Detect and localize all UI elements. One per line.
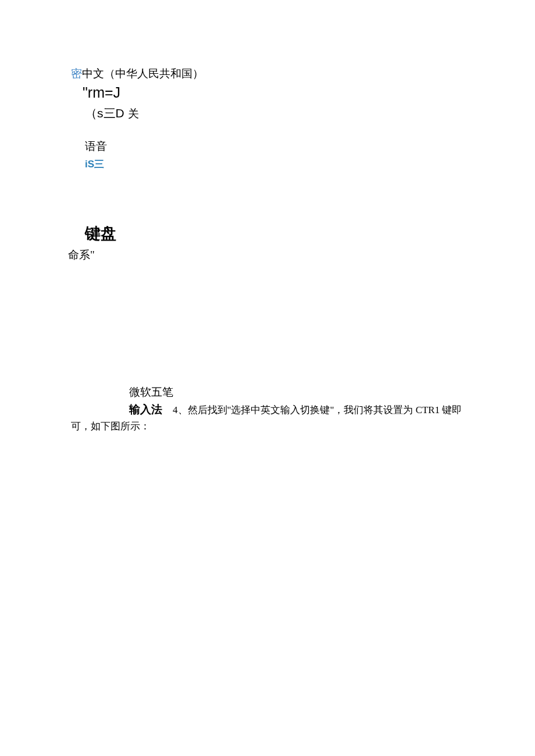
voice-label: 语音 bbox=[71, 139, 471, 154]
language-text: 中文（中华人民共和国） bbox=[82, 67, 204, 80]
language-line: 密中文（中华人民共和国） bbox=[71, 66, 471, 82]
mi-label: 密 bbox=[71, 67, 82, 80]
wubi-label: 微软五笔 bbox=[129, 385, 471, 400]
mingxi-text: 命系" bbox=[68, 248, 471, 263]
step4-text: 4、然后找到"选择中英文输入切换键"，我们将其设置为 CTR1 键即 bbox=[173, 404, 462, 415]
shurufa-label: 输入法 bbox=[129, 403, 162, 415]
keyboard-heading: 键盘 bbox=[71, 223, 471, 244]
sed-line: （s三D 关 bbox=[71, 105, 471, 121]
section-ime: 微软五笔 输入法4、然后找到"选择中英文输入切换键"，我们将其设置为 CTR1 … bbox=[71, 385, 471, 433]
shurufa-line: 输入法4、然后找到"选择中英文输入切换键"，我们将其设置为 CTR1 键即 bbox=[129, 402, 471, 417]
rmj-line: "rm=J bbox=[71, 83, 471, 102]
ise-label: iS三 bbox=[71, 157, 471, 171]
sed-close: 关 bbox=[128, 108, 139, 120]
document-content: 密中文（中华人民共和国） "rm=J （s三D 关 语音 iS三 键盘 命系" … bbox=[0, 0, 535, 433]
sed-open: （s三D bbox=[85, 106, 124, 120]
step4-continuation: 可，如下图所示： bbox=[71, 420, 471, 433]
